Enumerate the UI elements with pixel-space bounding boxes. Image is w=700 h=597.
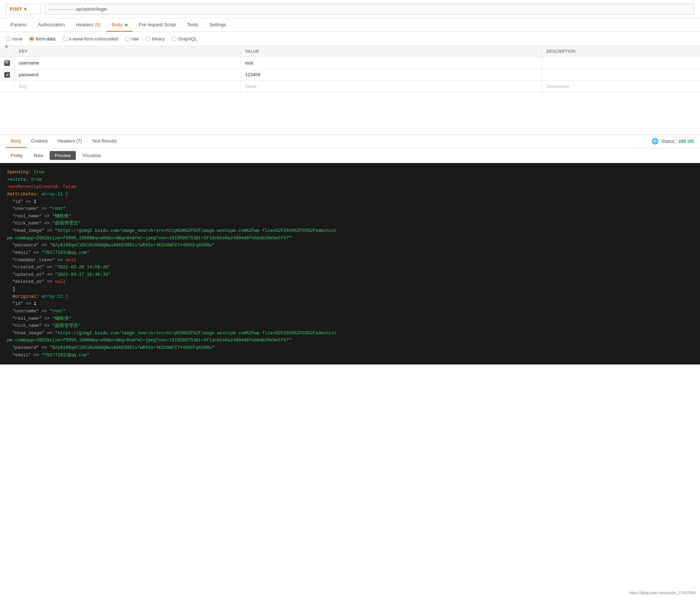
table-row: username root [0, 57, 700, 69]
placeholder-checkbox-cell [0, 81, 15, 92]
radio-binary-dot [146, 37, 151, 41]
params-table: KEY VALUE DESCRIPTION username root pass… [0, 46, 700, 92]
radio-none-dot [6, 37, 10, 41]
code-line: "deleted_at" => null [7, 278, 693, 286]
body-options: none form-data x-www-form-urlencoded raw… [0, 32, 700, 46]
tab-body[interactable]: Body [107, 18, 132, 32]
radio-binary[interactable]: binary [146, 36, 165, 41]
radio-urlencoded-dot [63, 37, 67, 41]
tab-params[interactable]: Params [6, 18, 32, 32]
code-line: "id" => 1 [7, 198, 693, 206]
response-tab-cookies[interactable]: Cookies [26, 135, 53, 148]
code-line: "head_image" => "https://gimg2.baidu.com… [7, 330, 693, 337]
radio-none[interactable]: none [6, 36, 22, 41]
radio-binary-label: binary [152, 36, 165, 41]
radio-formdata-dot [29, 37, 34, 41]
star-icon-2[interactable]: ★ [4, 57, 9, 65]
radio-graphql-label: GraphQL [178, 36, 197, 41]
code-line: "password" => "$2y$10$qeCiDUlBu0HAQAwiA0… [7, 344, 693, 352]
placeholder-value[interactable]: Value [241, 81, 542, 92]
code-line: ] [7, 286, 693, 293]
response-headers-badge: (7) [76, 138, 82, 144]
row2-key[interactable]: password [15, 69, 241, 81]
radio-none-label: none [12, 36, 22, 41]
row2-value[interactable]: 123456 [241, 69, 542, 81]
code-line: "nick_name" => "超级管理员" [7, 322, 693, 330]
status-label: Status: [661, 139, 676, 144]
code-line: "email" => "791771832@qq.com" [7, 249, 693, 257]
code-line: "nick_name" => "超级管理员" [7, 220, 693, 227]
code-line: pm.com&app=2002&size=f9999,10000&q=a80&n… [7, 337, 693, 344]
request-tabs: Params Authorization Headers (9) Body Pr… [0, 18, 700, 32]
col-key: KEY [15, 46, 241, 57]
row2-desc[interactable] [542, 69, 700, 81]
status-value: 200 OK [678, 139, 694, 144]
preview-tab-preview[interactable]: Preview [50, 151, 76, 160]
code-line: #original: array:11 [ [7, 293, 693, 301]
code-line: "username" => "root" [7, 205, 693, 213]
radio-raw-label: raw [131, 36, 139, 41]
code-line: "password" => "$2y$10$qeCiDUlBu0HAQAwiA0… [7, 242, 693, 249]
tab-authorization[interactable]: Authorization [33, 18, 70, 32]
tab-headers[interactable]: Headers (9) [71, 18, 106, 32]
preview-tab-pretty[interactable]: Pretty [6, 151, 28, 160]
code-panel: #pending: true +exists: true +wasRecentl… [0, 163, 700, 364]
radio-urlencoded-label: x-www-form-urlencoded [69, 36, 118, 41]
empty-space [0, 92, 700, 135]
radio-raw[interactable]: raw [125, 36, 139, 41]
row1-desc[interactable] [542, 57, 700, 69]
code-line: "remember_token" => null [7, 257, 693, 264]
code-line: "real_name" => "钢铁侠" [7, 213, 693, 220]
placeholder-desc[interactable]: Description [542, 81, 700, 92]
radio-urlencoded[interactable]: x-www-form-urlencoded [63, 36, 118, 41]
request-bar: POST ▾ [0, 0, 700, 18]
method-selector[interactable]: POST ▾ [6, 4, 41, 14]
response-tab-body[interactable]: Body [6, 135, 26, 148]
code-line: "real_name" => "钢铁侠" [7, 315, 693, 323]
table-row-placeholder: Key Value Description [0, 81, 700, 92]
code-line: "head_image" => "https://gimg2.baidu.com… [7, 227, 693, 235]
code-line: "updated_at" => "2021-04-17 16:30:33" [7, 271, 693, 279]
preview-tab-raw[interactable]: Raw [29, 151, 48, 160]
response-tab-testresults[interactable]: Test Results [87, 135, 122, 148]
preview-tabs: Pretty Raw Preview Visualize [0, 148, 700, 163]
radio-graphql-dot [172, 37, 176, 41]
code-line: #attributes: array:11 [ [7, 191, 693, 198]
chevron-down-icon: ▾ [24, 6, 27, 12]
code-line: "email" => "791771832@qq.com" [7, 352, 693, 359]
table-row: password 123456 [0, 69, 700, 81]
tab-settings[interactable]: Settings [204, 18, 231, 32]
response-tabs: Body Cookies Headers (7) Test Results 🌐 … [0, 135, 700, 148]
url-input[interactable] [45, 4, 694, 15]
preview-tab-visualize[interactable]: Visualize [77, 151, 106, 160]
code-line: pm.com&app=2002&size=f9999,10000&q=a80&n… [7, 235, 693, 242]
star-icon-1[interactable]: ★ [4, 43, 9, 50]
globe-icon: 🌐 [651, 138, 659, 145]
row2-checkbox[interactable] [4, 72, 10, 78]
code-line: #pending: true [7, 169, 693, 176]
tab-tests[interactable]: Tests [182, 18, 203, 32]
col-value: VALUE [241, 46, 542, 57]
row1-key[interactable]: username [15, 57, 241, 69]
body-dot [125, 24, 128, 26]
row1-value[interactable]: root [241, 57, 542, 69]
radio-graphql[interactable]: GraphQL [172, 36, 197, 41]
code-line: "username" => "root" [7, 308, 693, 315]
method-label: POST [10, 6, 22, 12]
radio-formdata[interactable]: form-data [29, 36, 56, 41]
status-area: 🌐 Status: 200 OK [651, 138, 694, 145]
tab-prerequest[interactable]: Pre-request Script [134, 18, 181, 32]
row2-checkbox-cell[interactable] [0, 69, 15, 81]
code-line: +exists: true [7, 176, 693, 184]
col-description: DESCRIPTION [542, 46, 700, 57]
response-tab-headers[interactable]: Headers (7) [53, 135, 87, 148]
headers-badge: (9) [95, 22, 100, 27]
radio-formdata-label: form-data [36, 36, 56, 41]
placeholder-key[interactable]: Key [15, 81, 241, 92]
code-line: "id" => 1 [7, 300, 693, 308]
code-line: +wasRecentlyCreated: false [7, 183, 693, 191]
code-line: "created_at" => "2021-03-28 14:59:26" [7, 264, 693, 271]
sidebar-stars: ★ ★ [4, 43, 9, 65]
radio-raw-dot [125, 37, 130, 41]
